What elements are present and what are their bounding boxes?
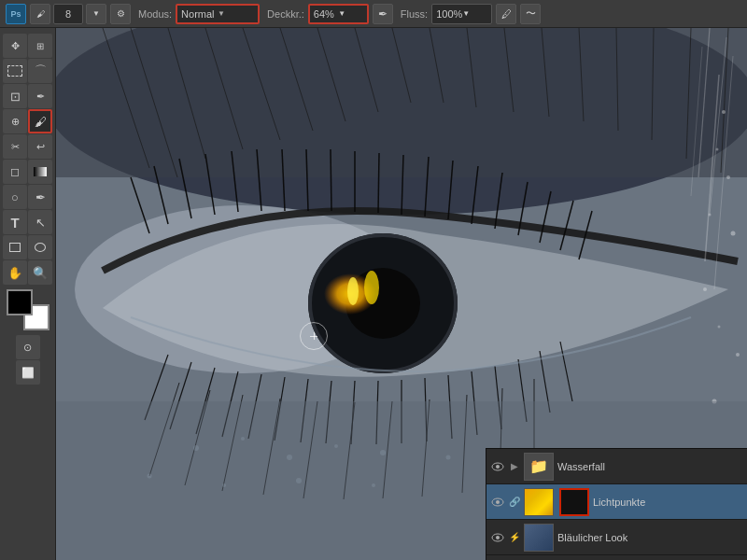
- smoothing-btn[interactable]: 〜: [520, 4, 541, 24]
- svg-point-84: [726, 175, 730, 179]
- tool-quick-mask[interactable]: ⊙: [16, 335, 40, 359]
- spot-heal-icon: ⊕: [11, 116, 20, 128]
- gradient-icon: [34, 167, 47, 176]
- svg-point-87: [703, 287, 707, 291]
- tool-row-modes: ⊙: [16, 335, 40, 359]
- top-toolbar: Ps 🖌 8 ▼ ⚙ Modus: Normal ▼ Deckkr.: 64% …: [0, 0, 747, 28]
- svg-point-105: [496, 500, 500, 504]
- opacity-label: Deckkr.:: [267, 8, 304, 20]
- tool-clone[interactable]: ✂: [3, 134, 27, 159]
- svg-point-26: [364, 271, 379, 304]
- color-swatches[interactable]: [7, 289, 49, 330]
- eye-icon-blaulicher: [491, 533, 504, 542]
- layer-thumb-yellow: [524, 488, 554, 516]
- screen-mode-icon: ⬜: [21, 367, 35, 379]
- svg-point-82: [722, 110, 726, 114]
- svg-point-86: [731, 231, 736, 236]
- layer-thumb-wasserfall: 📁: [524, 453, 554, 481]
- svg-point-89: [736, 353, 740, 357]
- clone-icon: ✂: [11, 141, 20, 153]
- tool-gradient[interactable]: [28, 160, 52, 184]
- layer-chain-wasserfall: ▶: [509, 461, 520, 472]
- tool-row-6: ◻: [3, 160, 52, 184]
- brush-preset-btn[interactable]: 🖌: [30, 4, 50, 24]
- layer-name-blaulicher: Bläulicher Look: [557, 532, 743, 543]
- layer-link-lichtpunkte: 🔗: [509, 497, 520, 508]
- tool-text[interactable]: T: [3, 210, 27, 234]
- zoom-icon: 🔍: [33, 266, 48, 280]
- move-icon: ✥: [11, 40, 20, 52]
- app-icon[interactable]: Ps: [6, 4, 26, 24]
- tool-pen[interactable]: ✒: [28, 185, 52, 209]
- flow-dropdown[interactable]: 100% ▼: [431, 4, 492, 24]
- airbrush-btn[interactable]: ✒: [373, 4, 393, 24]
- layer-thumb-mask: [559, 488, 589, 516]
- svg-point-88: [718, 326, 721, 329]
- tool-row-2: ⌒: [3, 59, 52, 83]
- foreground-color[interactable]: [7, 289, 33, 315]
- svg-point-93: [241, 437, 245, 441]
- layer-visibility-wasserfall[interactable]: [490, 459, 505, 474]
- opacity-dropdown[interactable]: 64% ▼: [308, 4, 369, 24]
- layer-row-blaulicher[interactable]: ⚡ Bläulicher Look: [486, 520, 747, 555]
- history-brush-icon: ↩: [36, 141, 45, 153]
- tool-crop[interactable]: ⊡: [3, 84, 27, 108]
- brush-options-btn[interactable]: ⚙: [110, 4, 131, 24]
- tool-dodge[interactable]: ○: [3, 185, 27, 209]
- dodge-icon: ○: [11, 190, 19, 204]
- modus-dropdown[interactable]: Normal ▼: [176, 4, 260, 24]
- layer-row-wasserfall[interactable]: ▶ 📁 Wasserfall: [486, 449, 747, 484]
- layer-name-lichtpunkte: Lichtpunkte: [593, 497, 743, 508]
- crop-icon: ⊡: [10, 90, 21, 104]
- tool-shape-rect[interactable]: [3, 235, 27, 259]
- tool-brush[interactable]: 🖌: [28, 109, 52, 133]
- canvas-area[interactable]: ▶ 📁 Wasserfall 🔗 Lichtpunkte: [56, 28, 747, 560]
- tool-row-8: T ↖: [3, 210, 52, 234]
- tool-path-select[interactable]: ↖: [28, 210, 52, 234]
- link-icon: 🔗: [509, 497, 520, 507]
- svg-point-83: [716, 148, 719, 151]
- tool-screen-mode[interactable]: ⬜: [16, 360, 40, 385]
- tool-eraser[interactable]: ◻: [3, 160, 27, 184]
- tool-row-9: [3, 235, 52, 259]
- tool-history-brush[interactable]: ↩: [28, 134, 52, 159]
- tool-select-lasso[interactable]: ⌒: [28, 59, 52, 83]
- tool-spot-heal[interactable]: ⊕: [3, 109, 27, 133]
- svg-line-38: [378, 153, 379, 213]
- svg-point-95: [334, 444, 338, 448]
- stylus-pressure-btn[interactable]: 🖊: [496, 4, 516, 24]
- eye-icon-lichtpunkte: [491, 497, 504, 507]
- svg-rect-2: [56, 28, 747, 177]
- svg-point-107: [496, 536, 500, 539]
- tool-select-rect[interactable]: [3, 59, 27, 83]
- tool-move[interactable]: ✥: [3, 34, 27, 58]
- brush-size-section: 🖌 8 ▼: [30, 4, 106, 24]
- tool-shape-ellipse[interactable]: [28, 235, 52, 259]
- layer-visibility-blaulicher[interactable]: [490, 530, 505, 545]
- svg-point-85: [709, 214, 712, 217]
- modus-arrow: ▼: [218, 9, 254, 18]
- layer-chain-blaulicher: ⚡: [509, 532, 520, 543]
- tool-row-3: ⊡ ✒: [3, 84, 52, 108]
- tool-row-7: ○ ✒: [3, 185, 52, 209]
- tool-eyedropper[interactable]: ✒: [28, 84, 52, 108]
- tool-row-10: ✋ 🔍: [3, 260, 52, 285]
- chain-icon: ⚡: [509, 532, 520, 542]
- folder-icon: 📁: [529, 457, 548, 475]
- lasso-icon: ⌒: [35, 63, 47, 79]
- brush-icon: 🖌: [35, 115, 47, 129]
- tool-artboard[interactable]: ⊞: [28, 34, 52, 58]
- modus-value: Normal: [181, 8, 218, 20]
- tool-hand[interactable]: ✋: [3, 260, 27, 285]
- brush-size-arrow[interactable]: ▼: [86, 4, 106, 24]
- tool-zoom[interactable]: 🔍: [28, 260, 52, 285]
- eye-icon: [491, 462, 504, 471]
- shape-rect-icon: [9, 243, 21, 252]
- opacity-arrow: ▼: [338, 9, 363, 18]
- brush-size-input[interactable]: 8: [53, 4, 83, 24]
- svg-point-27: [347, 277, 359, 305]
- layer-visibility-lichtpunkte[interactable]: [490, 495, 505, 510]
- pen-icon: ✒: [35, 190, 46, 204]
- layer-row-lichtpunkte[interactable]: 🔗 Lichtpunkte: [486, 484, 747, 520]
- text-icon: T: [10, 215, 19, 231]
